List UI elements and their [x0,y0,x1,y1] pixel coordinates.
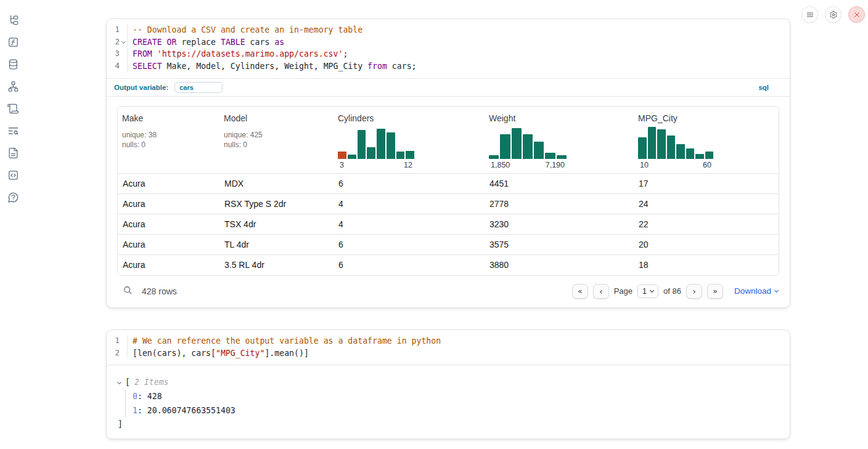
axis-min-label: 10 [640,161,649,169]
sidebar-item-help[interactable] [6,191,20,203]
sidebar-item-variables[interactable] [6,36,20,48]
download-button[interactable]: Download [734,286,778,296]
table-cell: 4 [334,199,485,209]
histogram-bar [695,154,704,159]
axis-min-label: 1,850 [491,161,510,169]
histogram-bar [534,142,544,159]
histogram-bar [489,155,499,159]
table-cell: 6 [334,179,485,188]
code-editor[interactable]: 1# We can reference the output variable … [107,330,790,365]
table-row[interactable]: AcuraTSX 4dr4323022 [118,214,779,235]
notebook-cell-python: 1# We can reference the output variable … [106,330,790,439]
sidebar [6,14,20,203]
fold-gutter [120,24,128,36]
sidebar-item-documentation[interactable] [6,147,20,159]
output-tree: [ 2 Items 0: 4281: 20.060747663551403 ] [107,365,790,439]
page-label: Page [614,286,633,296]
topbar [801,6,865,23]
code-token: 'https://datasets.marimo.app/cars.csv' [157,49,343,59]
fold-gutter [120,48,128,60]
sidebar-item-datasources[interactable] [6,58,20,70]
table-row[interactable]: Acura3.5 RL 4dr6388018 [118,255,779,275]
code-token: Make, Model, Cylinders, Weight, MPG_City [162,62,367,71]
tree-entry-sep: : [137,406,147,415]
table-row[interactable]: AcuraMDX6445117 [118,174,779,194]
last-page-button[interactable] [707,284,723,299]
code-token: TABLE [221,38,245,47]
fold-gutter [120,60,128,73]
tree-children: 0: 4281: 20.060747663551403 [125,390,790,418]
histogram-bars [638,126,713,159]
histogram-bar [648,127,657,159]
page-total-label: of 86 [663,286,681,296]
histogram-bar [406,151,414,159]
column-header-cylinders[interactable]: Cylinders312 [334,107,485,173]
sidebar-item-dependencies[interactable] [6,80,20,92]
table-cell: 18 [634,260,779,270]
axis-max-label: 60 [703,161,711,169]
table-cell: Acura [118,219,219,229]
settings-button[interactable] [825,6,841,23]
code-line: 2[len(cars), cars["MPG_City"].mean()] [107,347,790,360]
histogram-bar [686,148,695,159]
tree-root[interactable]: [ 2 Items [118,376,790,389]
search-icon [123,285,133,295]
prev-page-button[interactable] [593,284,609,299]
sidebar-item-scratchpad[interactable] [6,102,20,115]
column-stat: nulls: 0 [224,140,329,150]
table-cell: 3575 [485,240,634,249]
shutdown-button[interactable] [848,6,865,23]
fold-chevron-icon[interactable] [121,39,125,44]
open-bracket: [ [125,376,130,389]
sidebar-item-snippets[interactable] [6,169,20,181]
first-page-button[interactable] [572,284,588,299]
tree-entry: 0: 428 [133,390,790,404]
search-button[interactable] [123,285,133,297]
column-header-mpg_city[interactable]: MPG_City1060 [634,107,779,173]
notebook-cell-sql: 1-- Download a CSV and create an in-memo… [106,18,790,308]
column-stat: nulls: 0 [122,140,215,150]
language-badge: sql [758,84,769,91]
column-header-make[interactable]: Makeunique: 38nulls: 0 [118,107,219,173]
code-editor[interactable]: 1-- Download a CSV and create an in-memo… [107,19,790,78]
table-cell: TSX 4dr [219,219,334,229]
file-tree-icon [7,14,19,26]
line-number: 2 [107,36,120,49]
column-stats: unique: 425nulls: 0 [224,130,329,150]
page-select[interactable]: 1 [637,285,658,298]
histogram-bar [638,137,647,159]
gear-icon [829,10,838,19]
table-body: AcuraMDX6445117AcuraRSX Type S 2dr427782… [118,174,779,275]
code-token: from [367,62,387,71]
code-line: 1# We can reference the output variable … [107,335,790,347]
download-label: Download [734,286,771,296]
code-token: cars; [387,62,417,71]
table-cell: Acura [118,179,219,188]
tree-entry-value: 428 [147,392,162,401]
page-select-value: 1 [642,287,647,296]
sidebar-item-file-explorer[interactable] [6,14,20,26]
table-cell: 6 [334,260,485,270]
code-token: CREATE [133,38,162,47]
histogram-axis-labels: 312 [338,161,414,169]
code-token: replace [176,38,220,47]
code-token: [len(cars), cars[ [133,349,216,358]
output-variable-input[interactable]: cars [174,82,223,93]
code-token: OR [167,38,177,47]
cell-output: Makeunique: 38nulls: 0Modelunique: 425nu… [107,97,790,307]
column-header-model[interactable]: Modelunique: 425nulls: 0 [219,107,334,173]
column-header-weight[interactable]: Weight1,8507,190 [485,107,634,173]
table-row[interactable]: AcuraTL 4dr6357520 [118,235,779,255]
histogram-axis-labels: 1,8507,190 [489,161,567,169]
sidebar-item-logs[interactable] [6,124,20,137]
line-number: 2 [107,347,120,360]
table-row[interactable]: AcuraRSX Type S 2dr4277824 [118,194,779,214]
output-variable-value: cars [179,84,194,91]
menu-button[interactable] [801,6,818,23]
code-text: CREATE OR replace TABLE cars as [128,36,284,49]
row-count: 428 rows [142,286,177,296]
code-token: SELECT [133,62,162,71]
line-number: 1 [107,24,120,36]
next-page-button[interactable] [686,284,702,299]
code-token: ; [343,49,348,59]
